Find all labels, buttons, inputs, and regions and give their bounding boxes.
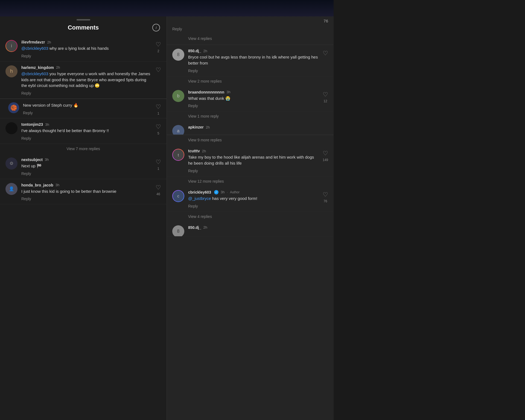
comment-body: tcutttv 2h Take my boy to the hood like … — [188, 149, 319, 173]
like-section: ♡ 12 — [323, 90, 328, 109]
heart-icon[interactable]: ♡ — [323, 150, 328, 157]
comment-body: 850.dj_ 2h — [188, 225, 328, 234]
heart-icon[interactable]: ♡ — [156, 41, 161, 48]
avatar: 8 — [172, 49, 184, 61]
heart-icon[interactable]: ♡ — [156, 123, 161, 130]
heart-icon[interactable]: ♡ — [156, 159, 161, 166]
comment-item: c cbrickley603 ✓ 3h · Author @_justbryce… — [167, 186, 334, 212]
avatar: c — [172, 190, 184, 202]
like-count: 76 — [323, 199, 327, 203]
avatar: b — [172, 90, 184, 102]
comment-item: tontonjim23 3h I've always thought he'd … — [0, 118, 167, 144]
username: cbrickley603 — [188, 190, 211, 194]
timestamp: 2h — [47, 40, 51, 44]
comment-body: nextsubject 3h Next up 🏁 Reply — [21, 158, 152, 176]
avatar: 🏀 — [8, 102, 19, 113]
reply-button[interactable]: Reply — [23, 111, 33, 115]
heart-icon[interactable]: ♡ — [323, 91, 328, 98]
like-section: ♡ 2 — [156, 40, 161, 59]
reply-button-top[interactable]: Reply — [172, 27, 182, 31]
avatar: 8 — [172, 225, 184, 237]
reply-button[interactable]: Reply — [188, 169, 198, 173]
like-section: ♡ 1 — [156, 102, 161, 115]
comment-body: braandonnnnnnnnn 3h What was that dunk 😭… — [188, 90, 319, 109]
heart-icon[interactable]: ♡ — [156, 103, 161, 110]
like-section: ♡ 46 — [156, 183, 161, 202]
reply-button[interactable]: Reply — [21, 136, 31, 141]
view-replies[interactable]: View 1 more reply — [167, 111, 334, 121]
comment-text: Next up 🏁 — [21, 163, 152, 169]
timestamp: 2h — [206, 125, 210, 129]
heart-icon[interactable]: ♡ — [323, 191, 328, 198]
like-section: ♡ 1 — [156, 158, 161, 176]
timestamp: 2h — [203, 225, 207, 229]
heart-icon[interactable]: ♡ — [323, 50, 328, 57]
author-label: Author — [230, 190, 240, 194]
comment-meta: cbrickley603 ✓ 3h · Author — [188, 190, 319, 194]
verified-icon: ✓ — [214, 190, 218, 194]
reply-button[interactable]: Reply — [21, 197, 31, 201]
view-replies[interactable]: View 4 replies — [167, 212, 334, 221]
reply-button[interactable]: Reply — [21, 54, 31, 58]
timestamp: 2h — [202, 149, 206, 153]
avatar: 👤 — [5, 183, 18, 195]
like-count: 12 — [323, 99, 327, 103]
username: honda_bro_jacob — [21, 183, 53, 187]
drag-handle[interactable] — [77, 19, 90, 21]
comment-text: Bryce cool but he avgs less than bronny … — [188, 54, 319, 66]
like-section: ♡ 149 — [323, 149, 328, 173]
like-section: ♡ — [323, 49, 328, 73]
reply-button[interactable]: Reply — [188, 204, 198, 208]
main-layout: Comments i i ilievfrmdavzr 2h @cbrickley… — [0, 16, 334, 420]
comment-body: 850.dj_ 2h Bryce cool but he avgs less t… — [188, 49, 319, 73]
comment-meta: tcutttv 2h — [188, 149, 319, 153]
view-replies[interactable]: View 7 more replies — [0, 144, 167, 154]
view-replies[interactable]: View 12 more replies — [167, 176, 334, 186]
reply-button[interactable]: Reply — [21, 171, 31, 176]
comment-meta: honda_bro_jacob 3h — [21, 183, 152, 187]
video-preview — [0, 0, 334, 16]
heart-icon[interactable]: ♡ — [156, 184, 161, 191]
timestamp: 3h — [221, 190, 224, 194]
comment-text: @cbrickley603 why are u lying look at hi… — [21, 45, 152, 51]
comment-text: What was that dunk 😭 — [188, 95, 319, 101]
right-panel: 76 Reply View 4 replies 8 850.dj_ 2h Bry… — [167, 16, 334, 420]
avatar: a — [172, 125, 184, 135]
comment-item: i ilievfrmdavzr 2h @cbrickley603 why are… — [0, 36, 167, 62]
comment-text: @_justbryce has very very good form! — [188, 196, 319, 202]
comment-item: b braandonnnnnnnnn 3h What was that dunk… — [167, 86, 334, 112]
comment-text: I've always thought he'd be better than … — [21, 128, 152, 134]
view-replies[interactable]: View 9 more replies — [167, 135, 334, 145]
comment-meta: ilievfrmdavzr 2h — [21, 40, 152, 44]
reply-button[interactable]: Reply — [21, 91, 31, 95]
view-replies[interactable]: View 4 replies — [167, 34, 334, 43]
timestamp: 2h — [203, 49, 207, 53]
like-count: 5 — [158, 132, 159, 135]
timestamp: 2h — [56, 65, 60, 69]
info-icon[interactable]: i — [152, 24, 160, 31]
sub-comment: 🏀 New version of Steph curry 🔥 Reply ♡ 1 — [0, 99, 167, 118]
comment-meta: nextsubject 3h — [21, 158, 152, 162]
reply-button[interactable]: Reply — [188, 104, 198, 108]
view-replies[interactable]: View 2 more replies — [167, 76, 334, 86]
username: tontonjim23 — [21, 122, 43, 127]
comment-meta: braandonnnnnnnnn 3h — [188, 90, 319, 94]
comment-item: 8 850.dj_ 2h — [167, 221, 334, 237]
comment-meta: 850.dj_ 2h — [188, 49, 319, 53]
like-section: ♡ 76 — [323, 190, 328, 209]
avatar: ⚙ — [5, 158, 18, 170]
comment-body: ilievfrmdavzr 2h @cbrickley603 why are u… — [21, 40, 152, 59]
timestamp: 3h — [45, 158, 49, 162]
comment-item: a apkinzer 2h — [167, 121, 334, 135]
comments-header: Comments i — [0, 16, 167, 36]
reply-button[interactable]: Reply — [188, 69, 198, 73]
top-count: 76 — [323, 19, 328, 23]
heart-icon[interactable]: ♡ — [156, 66, 161, 74]
right-panel-top: 76 Reply View 4 replies — [167, 16, 334, 45]
username: 850.dj_ — [188, 49, 201, 53]
comment-meta: tontonjim23 3h — [21, 122, 152, 127]
timestamp: 3h — [45, 122, 49, 127]
avatar: i — [5, 40, 18, 52]
comment-item: t tcutttv 2h Take my boy to the hood lik… — [167, 145, 334, 176]
comment-body: honda_bro_jacob 3h I just know this kid … — [21, 183, 152, 202]
